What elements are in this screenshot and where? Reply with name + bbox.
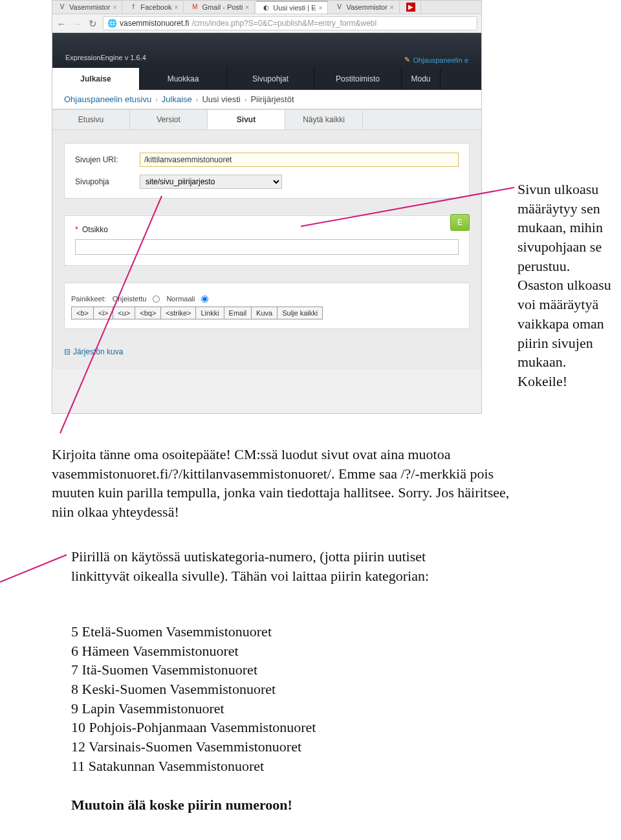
close-icon[interactable]: × bbox=[319, 5, 323, 12]
annotation-warning: Muutoin älä koske piirin numeroon! bbox=[71, 795, 485, 815]
favicon-icon: M bbox=[190, 3, 199, 12]
tb-blockquote[interactable]: <bq> bbox=[135, 307, 161, 319]
tb-strike[interactable]: <strike> bbox=[161, 307, 196, 319]
annotation-middle: Kirjoita tänne oma osoitepääte! CM:ssä l… bbox=[52, 445, 530, 522]
nav-tab-julkaise[interactable]: Julkaise bbox=[52, 68, 140, 90]
crumb-link[interactable]: Julkaise bbox=[162, 94, 192, 104]
category-item: 9 Lapin Vasemmistonuoret bbox=[71, 699, 485, 718]
chevron-right-icon: › bbox=[196, 96, 199, 103]
browser-tab[interactable]: M Gmail - Posti × bbox=[185, 1, 255, 13]
browser-toolbar: ← → ↻ 🌐 vasemmistonuoret.fi/cms/index.ph… bbox=[52, 14, 481, 33]
panel-otsikko: * Otsikko E bbox=[64, 215, 470, 266]
minus-icon: ⊟ bbox=[64, 347, 71, 356]
category-item: 8 Keski-Suomen Vasemmistonuoret bbox=[71, 680, 485, 699]
mode-normaali-label: Normaali bbox=[166, 295, 195, 303]
mode-ohjeistettu-label: Ohjeistettu bbox=[113, 295, 147, 303]
tab-title: Facebook bbox=[140, 3, 171, 11]
nav-tab-sivupohjat[interactable]: Sivupohjat bbox=[227, 68, 314, 90]
browser-tab-strip: V Vasemmistor × f Facebook × M Gmail - P… bbox=[52, 1, 481, 14]
panel-sivut: Sivujen URI: Sivupohja site/sivu_piirija… bbox=[64, 143, 470, 199]
breadcrumb: Ohjauspaneelin etusivu › Julkaise › Uusi… bbox=[52, 90, 481, 109]
browser-screenshot: V Vasemmistor × f Facebook × M Gmail - P… bbox=[52, 0, 482, 414]
painikkeet-label: Painikkeet: bbox=[71, 295, 106, 303]
tab-title: Uusi viesti | E bbox=[273, 4, 316, 12]
youtube-icon: ▶ bbox=[406, 3, 415, 12]
tb-link[interactable]: Linkki bbox=[196, 307, 224, 319]
close-icon[interactable]: × bbox=[113, 4, 116, 11]
crumb-link[interactable]: Ohjauspaneelin etusivu bbox=[64, 94, 151, 104]
back-icon[interactable]: ← bbox=[56, 18, 67, 28]
disclosure-jarjeston-kuva[interactable]: ⊟ Järjestön kuva bbox=[64, 347, 123, 356]
annotation-lower-intro: Piirillä on käytössä uutiskategoria-nume… bbox=[71, 547, 485, 585]
mode-ohjeistettu-radio[interactable] bbox=[153, 296, 160, 303]
address-bar[interactable]: 🌐 vasemmistonuoret.fi/cms/index.php?S=0&… bbox=[103, 16, 477, 30]
ee-header: ExpressionEngine v 1.6.4 ✎ Ohjauspaneeli… bbox=[52, 33, 481, 68]
tab-title: Vasemmistor bbox=[69, 3, 110, 11]
browser-tab[interactable]: V Vasemmistor × bbox=[329, 1, 399, 13]
tb-email[interactable]: Email bbox=[224, 307, 252, 319]
annotation-category-list: 5 Etelä-Suomen Vasemmistonuoret 6 Hämeen… bbox=[71, 622, 485, 776]
category-item: 12 Varsinais-Suomen Vasemmistonuoret bbox=[71, 737, 485, 757]
subtab-versiot[interactable]: Versiot bbox=[130, 110, 208, 129]
category-item: 7 Itä-Suomen Vasemmistonuoret bbox=[71, 660, 485, 680]
favicon-icon: f bbox=[129, 3, 138, 12]
tb-close-all[interactable]: Sulje kaikki bbox=[278, 307, 322, 319]
chevron-right-icon: › bbox=[155, 96, 158, 103]
help-text: Ohjauspaneelin e bbox=[413, 56, 468, 64]
form-area: Sivujen URI: Sivupohja site/sivu_piirija… bbox=[52, 130, 481, 369]
subtab-sivut[interactable]: Sivut bbox=[208, 110, 285, 129]
ee-help-link[interactable]: ✎ Ohjauspaneelin e bbox=[404, 56, 468, 64]
favicon-icon: V bbox=[334, 3, 343, 12]
annotation-right: Sivun ulkoasu määräytyy sen mukaan, mihi… bbox=[518, 180, 618, 391]
favicon-icon: ◐ bbox=[261, 3, 270, 12]
ee-subtabs: Etusivu Versiot Sivut Näytä kaikki bbox=[52, 109, 481, 130]
template-label: Sivupohja bbox=[75, 177, 133, 186]
browser-tab-active[interactable]: ◐ Uusi viesti | E × bbox=[256, 1, 328, 14]
close-icon[interactable]: × bbox=[175, 4, 179, 11]
required-asterisk: * bbox=[75, 225, 78, 234]
browser-tab[interactable]: ▶ bbox=[401, 1, 421, 13]
tb-italic[interactable]: <i> bbox=[94, 307, 113, 319]
category-item: 11 Satakunnan Vasemmistonuoret bbox=[71, 757, 485, 776]
crumb-text: Piirijärjestöt bbox=[250, 94, 294, 104]
panel-editor: Painikkeet: Ohjeistettu Normaali <b> <i>… bbox=[64, 283, 470, 329]
close-icon[interactable]: × bbox=[245, 4, 249, 11]
url-path: /cms/index.php?S=0&C=publish&M=entry_for… bbox=[191, 19, 376, 28]
ee-version: ExpressionEngine v 1.6.4 bbox=[65, 54, 146, 64]
page-uri-input[interactable] bbox=[140, 153, 459, 167]
favicon-icon: V bbox=[58, 3, 67, 12]
nav-tab-modu[interactable]: Modu bbox=[402, 68, 441, 90]
tb-image[interactable]: Kuva bbox=[252, 307, 278, 319]
svg-line-2 bbox=[0, 555, 67, 582]
subtab-etusivu[interactable]: Etusivu bbox=[52, 110, 130, 129]
reload-icon[interactable]: ↻ bbox=[87, 18, 98, 28]
url-host: vasemmistonuoret.fi bbox=[120, 19, 189, 28]
tb-underline[interactable]: <u> bbox=[113, 307, 135, 319]
browser-tab[interactable]: V Vasemmistor × bbox=[52, 1, 122, 13]
pencil-icon: ✎ bbox=[404, 56, 410, 64]
category-item: 10 Pohjois-Pohjanmaan Vasemmistonuoret bbox=[71, 718, 485, 737]
nav-tab-muokkaa[interactable]: Muokkaa bbox=[140, 68, 227, 90]
uri-label: Sivujen URI: bbox=[75, 155, 133, 164]
template-select[interactable]: site/sivu_piirijarjesto bbox=[140, 175, 282, 189]
tab-title: Vasemmistor bbox=[346, 3, 387, 11]
crumb-text: Uusi viesti bbox=[202, 94, 240, 104]
subtab-nayta-kaikki[interactable]: Näytä kaikki bbox=[285, 110, 363, 129]
otsikko-label: Otsikko bbox=[82, 225, 108, 234]
globe-icon: 🌐 bbox=[107, 19, 117, 28]
tb-bold[interactable]: <b> bbox=[72, 307, 94, 319]
otsikko-input[interactable] bbox=[75, 239, 459, 255]
category-item: 5 Etelä-Suomen Vasemmistonuoret bbox=[71, 622, 485, 641]
browser-tab[interactable]: f Facebook × bbox=[124, 1, 184, 13]
ee-main-nav: Julkaise Muokkaa Sivupohjat Postitoimist… bbox=[52, 68, 481, 90]
tab-title: Gmail - Posti bbox=[202, 3, 243, 11]
expand-button[interactable]: E bbox=[450, 214, 470, 231]
nav-tab-postitoimisto[interactable]: Postitoimisto bbox=[314, 68, 402, 90]
editor-toolbar: <b> <i> <u> <bq> <strike> Linkki Email K… bbox=[71, 307, 323, 319]
disclosure-label: Järjestön kuva bbox=[73, 347, 123, 356]
category-item: 6 Hämeen Vasemmistonuoret bbox=[71, 641, 485, 661]
forward-icon[interactable]: → bbox=[72, 18, 82, 28]
chevron-right-icon: › bbox=[245, 96, 247, 103]
mode-normaali-radio[interactable] bbox=[201, 296, 208, 303]
close-icon[interactable]: × bbox=[390, 4, 394, 11]
